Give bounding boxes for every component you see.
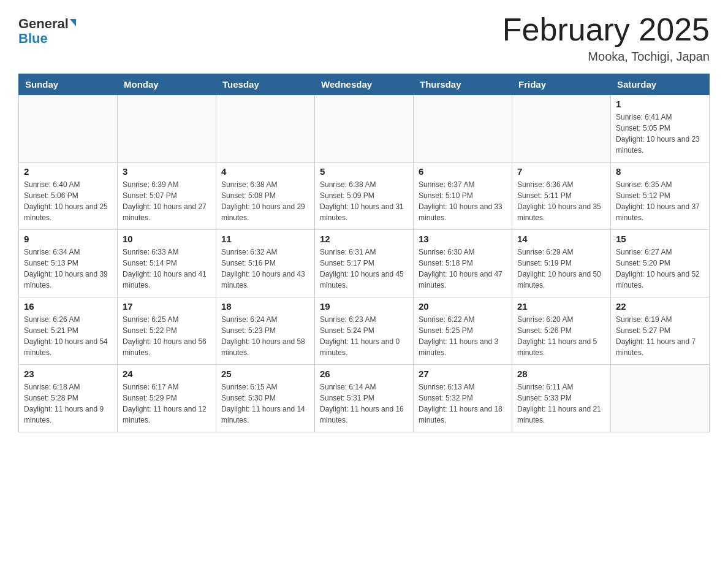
day-number: 27 [419,369,507,379]
calendar-day-cell [512,95,611,163]
day-info: Sunrise: 6:35 AMSunset: 5:12 PMDaylight:… [616,179,704,223]
day-info: Sunrise: 6:29 AMSunset: 5:19 PMDaylight:… [517,247,605,291]
day-number: 24 [123,369,211,379]
day-number: 7 [517,166,605,177]
calendar-day-cell: 24Sunrise: 6:17 AMSunset: 5:29 PMDayligh… [118,365,216,432]
calendar-day-cell: 20Sunrise: 6:22 AMSunset: 5:25 PMDayligh… [414,297,512,365]
calendar-day-cell: 1Sunrise: 6:41 AMSunset: 5:05 PMDaylight… [611,95,710,163]
calendar-week-row: 23Sunrise: 6:18 AMSunset: 5:28 PMDayligh… [19,365,710,432]
calendar-week-row: 1Sunrise: 6:41 AMSunset: 5:05 PMDaylight… [19,95,710,163]
month-title: February 2025 [502,12,710,47]
day-number: 3 [123,166,211,177]
day-of-week-header: Friday [512,74,611,95]
day-number: 25 [221,369,309,379]
calendar-day-cell: 18Sunrise: 6:24 AMSunset: 5:23 PMDayligh… [216,297,315,365]
day-number: 20 [419,301,507,312]
day-of-week-header: Tuesday [216,74,315,95]
day-info: Sunrise: 6:20 AMSunset: 5:26 PMDaylight:… [517,314,605,358]
day-info: Sunrise: 6:22 AMSunset: 5:25 PMDaylight:… [419,314,507,358]
logo: General Blue [18,17,76,45]
calendar-day-cell: 6Sunrise: 6:37 AMSunset: 5:10 PMDaylight… [414,163,512,230]
calendar-day-cell: 12Sunrise: 6:31 AMSunset: 5:17 PMDayligh… [315,230,414,297]
calendar-day-cell [611,365,710,432]
calendar-day-cell: 15Sunrise: 6:27 AMSunset: 5:20 PMDayligh… [611,230,710,297]
day-of-week-header: Monday [118,74,216,95]
day-number: 12 [320,234,408,244]
day-info: Sunrise: 6:23 AMSunset: 5:24 PMDaylight:… [320,314,408,358]
day-number: 14 [517,234,605,244]
calendar-day-cell: 16Sunrise: 6:26 AMSunset: 5:21 PMDayligh… [19,297,118,365]
day-number: 15 [616,234,704,244]
calendar-day-cell: 3Sunrise: 6:39 AMSunset: 5:07 PMDaylight… [118,163,216,230]
day-number: 8 [616,166,704,177]
logo-general-text: General [18,17,69,31]
day-info: Sunrise: 6:41 AMSunset: 5:05 PMDaylight:… [616,112,704,156]
logo-arrow-icon [70,19,76,26]
calendar-day-cell: 26Sunrise: 6:14 AMSunset: 5:31 PMDayligh… [315,365,414,432]
day-of-week-header: Wednesday [315,74,414,95]
calendar-day-cell: 9Sunrise: 6:34 AMSunset: 5:13 PMDaylight… [19,230,118,297]
day-number: 9 [24,234,112,244]
day-number: 19 [320,301,408,312]
day-info: Sunrise: 6:13 AMSunset: 5:32 PMDaylight:… [419,381,507,426]
day-of-week-header: Sunday [19,74,118,95]
day-info: Sunrise: 6:25 AMSunset: 5:22 PMDaylight:… [123,314,211,358]
calendar-day-cell: 4Sunrise: 6:38 AMSunset: 5:08 PMDaylight… [216,163,315,230]
page-header: General Blue February 2025 Mooka, Tochig… [18,12,710,64]
calendar-day-cell [216,95,315,163]
day-info: Sunrise: 6:24 AMSunset: 5:23 PMDaylight:… [221,314,309,358]
day-info: Sunrise: 6:14 AMSunset: 5:31 PMDaylight:… [320,381,408,426]
day-info: Sunrise: 6:31 AMSunset: 5:17 PMDaylight:… [320,247,408,291]
day-number: 18 [221,301,309,312]
calendar-week-row: 9Sunrise: 6:34 AMSunset: 5:13 PMDaylight… [19,230,710,297]
calendar-day-cell: 13Sunrise: 6:30 AMSunset: 5:18 PMDayligh… [414,230,512,297]
day-of-week-header: Saturday [611,74,710,95]
day-info: Sunrise: 6:32 AMSunset: 5:16 PMDaylight:… [221,247,309,291]
calendar-day-cell: 11Sunrise: 6:32 AMSunset: 5:16 PMDayligh… [216,230,315,297]
calendar-day-cell [414,95,512,163]
day-number: 22 [616,301,704,312]
day-info: Sunrise: 6:27 AMSunset: 5:20 PMDaylight:… [616,247,704,291]
calendar-day-cell: 14Sunrise: 6:29 AMSunset: 5:19 PMDayligh… [512,230,611,297]
calendar-week-row: 2Sunrise: 6:40 AMSunset: 5:06 PMDaylight… [19,163,710,230]
calendar-day-cell: 19Sunrise: 6:23 AMSunset: 5:24 PMDayligh… [315,297,414,365]
calendar-day-cell [118,95,216,163]
calendar-day-cell: 5Sunrise: 6:38 AMSunset: 5:09 PMDaylight… [315,163,414,230]
day-info: Sunrise: 6:38 AMSunset: 5:08 PMDaylight:… [221,179,309,223]
calendar-day-cell: 25Sunrise: 6:15 AMSunset: 5:30 PMDayligh… [216,365,315,432]
day-number: 10 [123,234,211,244]
calendar-day-cell: 28Sunrise: 6:11 AMSunset: 5:33 PMDayligh… [512,365,611,432]
day-info: Sunrise: 6:40 AMSunset: 5:06 PMDaylight:… [24,179,112,223]
calendar-day-cell [315,95,414,163]
day-number: 6 [419,166,507,177]
title-block: February 2025 Mooka, Tochigi, Japan [502,12,710,64]
day-number: 23 [24,369,112,379]
day-info: Sunrise: 6:26 AMSunset: 5:21 PMDaylight:… [24,314,112,358]
day-number: 17 [123,301,211,312]
calendar-day-cell: 22Sunrise: 6:19 AMSunset: 5:27 PMDayligh… [611,297,710,365]
day-number: 16 [24,301,112,312]
calendar-day-cell: 8Sunrise: 6:35 AMSunset: 5:12 PMDaylight… [611,163,710,230]
day-number: 2 [24,166,112,177]
calendar-day-cell: 23Sunrise: 6:18 AMSunset: 5:28 PMDayligh… [19,365,118,432]
calendar-day-cell: 10Sunrise: 6:33 AMSunset: 5:14 PMDayligh… [118,230,216,297]
location-title: Mooka, Tochigi, Japan [502,50,710,64]
day-info: Sunrise: 6:33 AMSunset: 5:14 PMDaylight:… [123,247,211,291]
calendar-table: SundayMondayTuesdayWednesdayThursdayFrid… [18,74,710,432]
calendar-day-cell: 21Sunrise: 6:20 AMSunset: 5:26 PMDayligh… [512,297,611,365]
day-number: 5 [320,166,408,177]
day-info: Sunrise: 6:19 AMSunset: 5:27 PMDaylight:… [616,314,704,358]
day-number: 28 [517,369,605,379]
day-info: Sunrise: 6:18 AMSunset: 5:28 PMDaylight:… [24,381,112,426]
calendar-day-cell: 7Sunrise: 6:36 AMSunset: 5:11 PMDaylight… [512,163,611,230]
calendar-header-row: SundayMondayTuesdayWednesdayThursdayFrid… [19,74,710,95]
day-info: Sunrise: 6:11 AMSunset: 5:33 PMDaylight:… [517,381,605,426]
calendar-week-row: 16Sunrise: 6:26 AMSunset: 5:21 PMDayligh… [19,297,710,365]
day-info: Sunrise: 6:36 AMSunset: 5:11 PMDaylight:… [517,179,605,223]
day-number: 26 [320,369,408,379]
day-info: Sunrise: 6:15 AMSunset: 5:30 PMDaylight:… [221,381,309,426]
day-number: 11 [221,234,309,244]
day-info: Sunrise: 6:30 AMSunset: 5:18 PMDaylight:… [419,247,507,291]
day-number: 4 [221,166,309,177]
day-number: 13 [419,234,507,244]
